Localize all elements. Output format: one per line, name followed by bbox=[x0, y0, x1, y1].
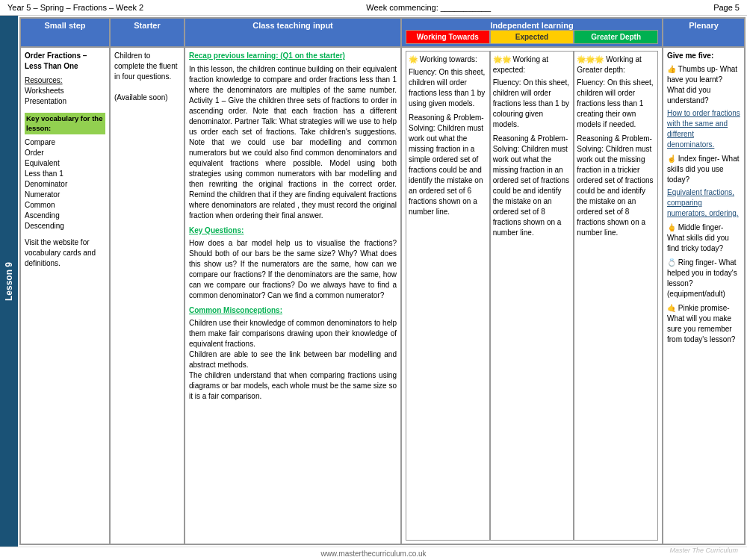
expected-fluency: Fluency: On this sheet, children will or… bbox=[493, 78, 571, 130]
plenary-link2: Equivalent fractions, comparing numerato… bbox=[667, 187, 740, 219]
plenary-intro: Give me five: bbox=[667, 51, 740, 61]
recap-underline-label: Recap previous learning: (Q1 on the star… bbox=[189, 52, 345, 60]
cell-expected: 🌟🌟 Working at expected: Fluency: On this… bbox=[490, 51, 574, 541]
col-header-indep: Independent learning Working Towards Exp… bbox=[401, 18, 663, 47]
col-header-teaching: Class teaching input bbox=[185, 18, 401, 47]
expected-star: 🌟🌟 bbox=[493, 55, 513, 63]
sub-header-working: Working Towards bbox=[406, 30, 490, 44]
cell-working-towards: 🌟 Working towards: Fluency: On this shee… bbox=[406, 51, 490, 541]
main-table: Small step Starter Class teaching input … bbox=[19, 17, 746, 545]
working-fluency: Fluency: On this sheet, children will or… bbox=[409, 67, 487, 109]
greater-rps: Reasoning & Problem-Solving: Children mu… bbox=[577, 134, 655, 238]
small-step-website-note: Visit the website for vocabulary cards a… bbox=[25, 237, 105, 269]
small-step-key-vocab-label: Key vocabulary for the lesson: bbox=[25, 113, 105, 134]
working-star: 🌟 bbox=[409, 55, 420, 63]
lesson-label: Lesson 9 bbox=[0, 16, 18, 547]
col-header-small-step: Small step bbox=[20, 18, 110, 47]
greater-title: 🌟🌟🌟 Working at Greater depth: bbox=[577, 55, 655, 75]
col-headers-row: Small step Starter Class teaching input … bbox=[20, 18, 745, 47]
body-row: Order Fractions – Less Than One Resource… bbox=[20, 47, 745, 544]
cell-plenary: Give me five: 👍 Thumbs up- What have you… bbox=[663, 47, 745, 544]
recap-label: Recap previous learning: (Q1 on the star… bbox=[189, 51, 397, 61]
plenary-index: ☝ Index finger- What skills did you use … bbox=[667, 154, 740, 185]
footer: www.masterthecurriculum.co.uk Master The… bbox=[0, 547, 747, 560]
small-step-resources: Worksheets Presentation bbox=[25, 86, 105, 107]
greater-star: 🌟🌟🌟 bbox=[577, 55, 606, 63]
plenary-ring: 💍 Ring finger- What helped you in today'… bbox=[667, 258, 740, 299]
small-step-vocab: Compare Order Equivalent Less than 1 Den… bbox=[25, 137, 105, 231]
cell-greater-depth: 🌟🌟🌟 Working at Greater depth: Fluency: O… bbox=[574, 51, 658, 541]
small-step-resources-label: Resources: bbox=[25, 75, 105, 86]
starter-text: Children to complete the fluent in four … bbox=[114, 51, 180, 103]
header-center: Week commencing: ___________ bbox=[366, 3, 491, 12]
indep-sub-headers: Working Towards Expected Greater Depth bbox=[406, 30, 658, 44]
footer-text: www.masterthecurriculum.co.uk bbox=[320, 550, 426, 558]
plenary-thumb: 👍 Thumbs up- What have you learnt? What … bbox=[667, 64, 740, 106]
working-rps: Reasoning & Problem-Solving: Children mu… bbox=[409, 113, 487, 217]
expected-title: 🌟🌟 Working at expected: bbox=[493, 55, 571, 75]
key-questions-label: Key Questions: bbox=[189, 225, 397, 236]
common-misc-label: Common Misconceptions: bbox=[189, 305, 397, 316]
header-left: Year 5 – Spring – Fractions – Week 2 bbox=[7, 3, 143, 12]
key-questions-body: How does a bar model help us to visualis… bbox=[189, 238, 397, 301]
page-container: Year 5 – Spring – Fractions – Week 2 Wee… bbox=[0, 0, 747, 560]
watermark: Master The Curriculum bbox=[669, 547, 738, 554]
header-right: Page 5 bbox=[713, 3, 740, 12]
main-content: Lesson 9 Small step Starter Class teachi… bbox=[0, 16, 747, 547]
common-misc-body: Children use their knowledge of common d… bbox=[189, 318, 397, 402]
working-title: 🌟 Working towards: bbox=[409, 55, 487, 65]
plenary-link1: How to order fractions with the same and… bbox=[667, 108, 740, 150]
small-step-title: Order Fractions – Less Than One bbox=[25, 51, 105, 72]
expected-rps: Reasoning & Problem-Solving: Children mu… bbox=[493, 134, 571, 238]
col-header-plenary: Plenary bbox=[663, 18, 745, 47]
col-header-starter: Starter bbox=[110, 18, 185, 47]
cell-small-step: Order Fractions – Less Than One Resource… bbox=[20, 47, 110, 544]
sub-header-expected: Expected bbox=[490, 30, 574, 44]
plenary-middle: 🖕 Middle finger- What skills did you fin… bbox=[667, 223, 740, 254]
cell-indep: 🌟 Working towards: Fluency: On this shee… bbox=[401, 47, 663, 544]
cell-starter: Children to complete the fluent in four … bbox=[110, 47, 185, 544]
cell-teaching: Recap previous learning: (Q1 on the star… bbox=[185, 47, 401, 544]
header-bar: Year 5 – Spring – Fractions – Week 2 Wee… bbox=[0, 0, 747, 16]
sub-header-greater: Greater Depth bbox=[574, 30, 658, 44]
greater-fluency: Fluency: On this sheet, children will or… bbox=[577, 78, 655, 130]
plenary-pinkie: 🤙 Pinkie promise- What will you make sur… bbox=[667, 303, 740, 345]
recap-body: In this lesson, the children continue bu… bbox=[189, 64, 397, 221]
